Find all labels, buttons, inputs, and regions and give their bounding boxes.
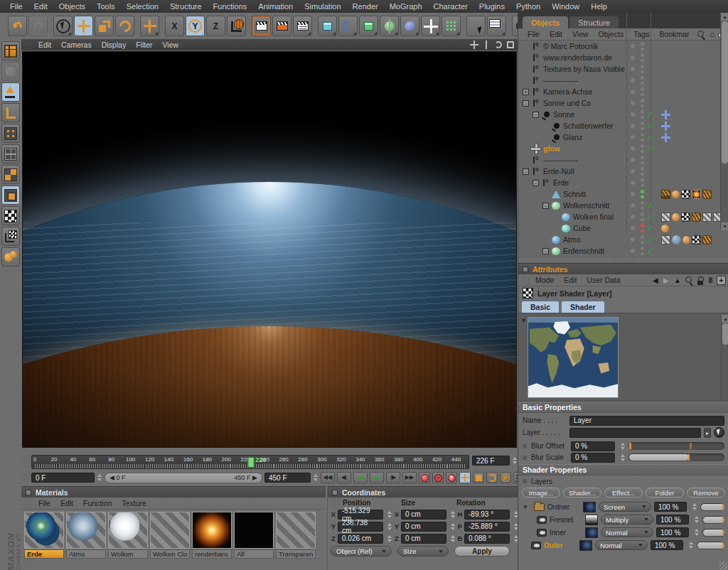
object-label[interactable]: Erdenschnitt [563, 247, 604, 255]
loop-end-field[interactable]: 450 F [264, 473, 318, 483]
shader-layer-name[interactable]: Inner [550, 529, 582, 537]
visibility-dots[interactable] [641, 213, 644, 221]
visibility-dots[interactable] [641, 87, 644, 96]
render-view-icon[interactable] [252, 16, 271, 36]
add-particles-icon[interactable] [441, 16, 461, 36]
next-frame-button[interactable]: |▶ [386, 472, 400, 483]
goto-end-button[interactable]: ▶▶ [402, 472, 417, 483]
blend-mode-dropdown[interactable]: Multiply [601, 515, 653, 525]
attributes-menu-item[interactable]: Edit [559, 276, 582, 284]
attribute-tab[interactable]: Basic [521, 301, 560, 313]
layer-dot[interactable] [631, 215, 635, 219]
menu-item[interactable]: Plugins [473, 2, 510, 11]
parent-up-icon[interactable]: ▲ [674, 276, 683, 285]
tree-row[interactable]: + Kamera-Achse [518, 86, 728, 97]
texture-mode-icon[interactable] [1, 185, 20, 205]
layer-action-button[interactable]: Remove [687, 488, 725, 498]
object-label[interactable]: © Marc Potocnik [543, 42, 598, 50]
layer-dot[interactable] [631, 55, 635, 60]
anim-dot-icon[interactable] [523, 456, 527, 460]
layer-action-button[interactable]: Folder [646, 488, 684, 498]
layer-dot[interactable] [631, 90, 635, 94]
shader-layer-row[interactable]: Fresnel Multiply 100 % [518, 513, 728, 526]
layer-dot[interactable] [631, 158, 635, 162]
object-label[interactable]: Wolkenschnitt [563, 201, 609, 210]
layer-dot[interactable] [631, 146, 635, 151]
material-label[interactable]: Wolken Clo [150, 549, 190, 559]
objects-menu-item[interactable]: Objects [594, 30, 629, 38]
scroll-down-icon[interactable]: ▼ [721, 222, 728, 230]
size-mode-dropdown[interactable]: Size [397, 546, 449, 556]
object-label[interactable]: Schnitt [563, 190, 586, 198]
material-thumbnail[interactable] [150, 512, 190, 549]
shader-properties-header[interactable]: Shader Properties [518, 464, 728, 475]
material-item[interactable]: renderbaro [192, 512, 232, 559]
stripe-tag[interactable] [661, 213, 670, 222]
material-thumbnail[interactable] [192, 512, 232, 549]
layer-dot[interactable] [631, 67, 635, 71]
material-label[interactable]: renderbaro [192, 549, 232, 559]
enable-check[interactable]: ✓ [647, 224, 657, 233]
prev-frame-button[interactable]: ◀| [337, 472, 351, 483]
lock-z-axis[interactable]: Z [206, 16, 225, 36]
model-mode-icon[interactable] [1, 82, 20, 102]
lock-y-axis[interactable]: Y [186, 16, 205, 36]
tree-row[interactable]: Textures by Nasa Visible Eart [518, 63, 728, 75]
undo-icon[interactable] [8, 16, 27, 36]
render-picture-viewer-icon[interactable] [272, 16, 291, 36]
object-label[interactable]: Textures by Nasa Visible Eart [543, 65, 627, 73]
shader-layer-name[interactable]: Ordner [547, 503, 580, 511]
blend-mode-dropdown[interactable]: Normal [601, 527, 653, 537]
object-axis-icon[interactable] [1, 62, 20, 81]
preview-scrollbar[interactable]: ▲ [721, 315, 728, 400]
material-thumbnail[interactable] [66, 512, 106, 549]
key-rotation-toggle[interactable] [486, 472, 498, 483]
material-thumbnail[interactable] [24, 512, 64, 549]
menu-item[interactable]: Functions [208, 2, 253, 11]
objects-menu-item[interactable]: Edit [545, 30, 567, 38]
layer-dot[interactable] [631, 112, 635, 117]
objects-menu-item[interactable]: Bookmar [654, 30, 694, 38]
opacity-field[interactable]: 100 % [656, 515, 689, 525]
size-field[interactable]: 0 cm [401, 522, 446, 532]
polygons-mode-icon[interactable] [1, 165, 20, 184]
texture-axis-mode-icon[interactable] [1, 227, 20, 246]
tree-scrollbar[interactable]: ▲ ▼ [720, 41, 728, 230]
layer-dot[interactable] [631, 124, 635, 128]
shader-layer-row[interactable]: ▼ Ordner Screen 100 % [518, 500, 728, 513]
visibility-dots[interactable] [641, 76, 644, 85]
phong-tag[interactable] [682, 236, 690, 244]
coord-mode-dropdown[interactable]: Object (Rel) [331, 546, 392, 556]
tree-row[interactable]: - Wolkenschnitt ✓ [518, 200, 728, 211]
history-back-icon[interactable]: ◀ [653, 276, 662, 285]
tree-row[interactable]: -------------- [518, 75, 728, 86]
object-label[interactable]: glow [543, 144, 560, 153]
visibility-dots[interactable] [641, 224, 644, 232]
shader-layer-thumbnail[interactable] [585, 527, 598, 538]
tree-row[interactable]: - Erde [518, 177, 728, 188]
object-label[interactable]: -------------- [543, 76, 578, 85]
opacity-slider[interactable] [700, 503, 724, 511]
keyframe-selection-button[interactable]: ? [446, 472, 457, 483]
current-frame-field[interactable]: 226 F [472, 456, 518, 466]
enable-check[interactable]: ✓ [647, 122, 657, 131]
materials-grip[interactable] [24, 500, 32, 507]
visibility-dots[interactable] [641, 167, 644, 176]
viewport-menu-item[interactable]: View [157, 41, 183, 49]
home-icon[interactable]: ⌂ [707, 30, 717, 39]
transport-grip[interactable] [21, 472, 29, 483]
shader-layer-thumbnail[interactable] [579, 540, 592, 551]
tree-row[interactable]: - Erde-Null [518, 166, 728, 177]
link-icon[interactable]: 8 [706, 276, 715, 285]
history-forward-icon[interactable]: ▶ [663, 276, 673, 285]
bluesphere-tag[interactable] [672, 235, 681, 244]
expand-toggle[interactable]: - [523, 168, 529, 175]
tree-row[interactable]: Cube ✓ [518, 222, 728, 234]
position-field[interactable]: -515.329 cm [338, 510, 383, 520]
checker-tag[interactable] [692, 235, 701, 244]
folder-icon[interactable] [534, 503, 545, 511]
record-keyframe-button[interactable] [419, 472, 430, 483]
earth-map-preview[interactable] [528, 317, 619, 398]
visibility-dots[interactable] [641, 235, 644, 244]
blur-scale-input[interactable]: 0 % [571, 453, 615, 463]
